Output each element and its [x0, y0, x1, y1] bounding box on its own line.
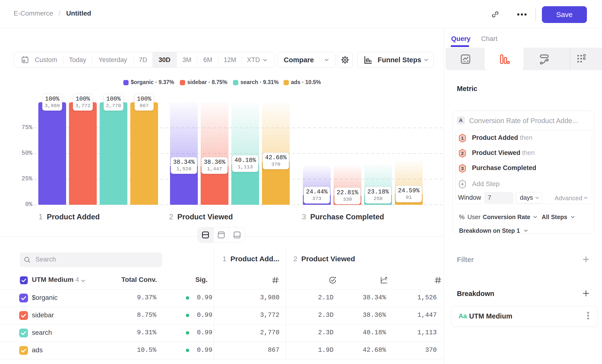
svg-text:2: 2 [461, 151, 464, 156]
svg-text:1: 1 [461, 136, 464, 141]
svg-text:3: 3 [461, 166, 464, 171]
